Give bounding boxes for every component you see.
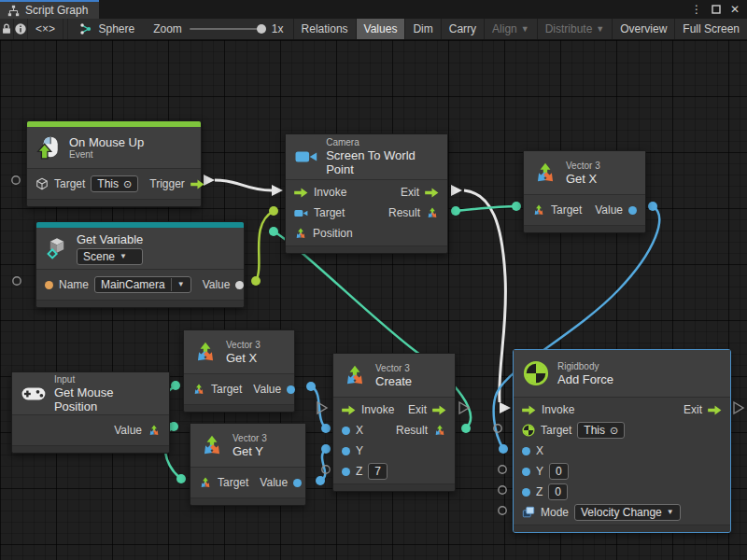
tab-title: Script Graph <box>25 4 88 17</box>
port-stwp-result-connector[interactable] <box>451 206 460 216</box>
port-addforce-exit-empty[interactable] <box>734 402 743 413</box>
port-onmouseup-target-empty[interactable] <box>12 176 20 184</box>
zoom-label: Zoom <box>153 22 182 35</box>
float-port-dot[interactable] <box>522 468 530 476</box>
vector3-icon <box>343 363 367 387</box>
lock-icon <box>0 22 13 35</box>
x-port-label: X <box>356 424 363 437</box>
float-port-dot[interactable] <box>522 447 530 455</box>
node-category: Camera <box>326 137 438 147</box>
port-create-x-connector[interactable] <box>321 424 331 433</box>
float-port-dot[interactable] <box>342 447 350 455</box>
zoom-slider-knob[interactable] <box>257 24 266 34</box>
chevron-down-icon: ▼ <box>521 24 529 34</box>
string-port-dot[interactable] <box>45 281 53 289</box>
float-port-dot[interactable] <box>342 427 350 435</box>
dim-button[interactable]: Dim <box>404 19 440 39</box>
close-icon[interactable]: ✕ <box>730 4 740 15</box>
port-getx-target-connector[interactable] <box>171 381 180 390</box>
node-get-x[interactable]: Vector 3 Get X Target Value <box>183 329 295 413</box>
port-stwp-target-connector[interactable] <box>269 206 278 216</box>
zoom-group: Zoom 1x <box>144 19 292 39</box>
port-getx-top-target-connector[interactable] <box>512 202 521 211</box>
menu-icon[interactable]: ⋮ <box>691 4 702 15</box>
flow-arrow-icon <box>190 179 204 189</box>
mode-port-label: Mode <box>541 506 569 519</box>
port-create-result-connector[interactable] <box>461 424 471 433</box>
y-port-label: Y <box>356 444 363 457</box>
float-port-dot[interactable] <box>287 385 295 394</box>
info-button[interactable] <box>14 19 28 39</box>
node-get-mouse-position[interactable]: Input Get Mouse Position Value <box>11 371 170 454</box>
port-stwp-position-connector[interactable] <box>269 227 278 236</box>
z-value: 7 <box>374 465 381 478</box>
gameobject-cube-icon <box>35 177 49 190</box>
target-port-label: Target <box>551 203 582 217</box>
float-port-dot[interactable] <box>628 206 637 215</box>
full-screen-button[interactable]: Full Screen <box>674 19 747 39</box>
port-addforce-y-empty[interactable] <box>499 466 506 473</box>
port-addforce-x-connector[interactable] <box>499 444 508 454</box>
port-addforce-z-empty[interactable] <box>499 486 506 494</box>
target-object-field[interactable]: This ⊙ <box>91 175 138 192</box>
target-object-field[interactable]: This ⊙ <box>577 422 625 439</box>
port-variable-value-connector[interactable] <box>251 276 261 286</box>
x-port-label: X <box>536 444 543 457</box>
float-port-dot[interactable] <box>522 488 530 497</box>
node-on-mouse-up[interactable]: On Mouse Up Event Target This ⊙ Trigger <box>26 120 202 207</box>
carry-button[interactable]: Carry <box>441 19 484 39</box>
node-get-x-top[interactable]: Vector 3 Get X Target Value <box>523 150 646 233</box>
port-mouse-value-connector[interactable] <box>169 422 178 431</box>
port-trigger-out-connector[interactable] <box>204 175 215 186</box>
variable-scope-dropdown[interactable]: Scene ▼ <box>77 248 143 265</box>
values-button[interactable]: Values <box>356 19 405 39</box>
node-title: Get X <box>226 351 261 365</box>
port-stwp-invoke-connector[interactable] <box>272 185 283 196</box>
tab-script-graph[interactable]: Script Graph <box>0 0 99 19</box>
zoom-slider[interactable] <box>190 28 264 30</box>
relations-button[interactable]: Relations <box>293 19 356 39</box>
z-value-field[interactable]: 0 <box>548 483 568 500</box>
object-port-dot[interactable] <box>235 281 244 289</box>
port-addforce-invoke-connector[interactable] <box>500 402 511 413</box>
float-port-dot[interactable] <box>342 468 350 476</box>
overview-button[interactable]: Overview <box>612 19 674 39</box>
vector3-icon <box>200 433 224 457</box>
z-port-label: Z <box>356 465 362 478</box>
port-getx-value-connector[interactable] <box>306 382 316 391</box>
align-dropdown[interactable]: Align ▼ <box>484 19 537 39</box>
z-value-field[interactable]: 7 <box>368 463 388 480</box>
distribute-dropdown[interactable]: Distribute ▼ <box>537 19 613 39</box>
vector3-port-icon <box>433 424 446 437</box>
variable-name-dropdown[interactable]: MainCamera ▼ <box>94 276 191 293</box>
y-value-field[interactable]: 0 <box>549 463 569 480</box>
port-getvariable-name-empty[interactable] <box>13 277 21 285</box>
node-category: Rigidbody <box>557 361 613 371</box>
port-stwp-exit-connector[interactable] <box>451 185 462 196</box>
graph-selector[interactable]: Sphere <box>68 19 144 39</box>
node-add-force[interactable]: Rigidbody Add Force Invoke Exit Target T… <box>513 349 731 533</box>
node-subtitle: Event <box>69 149 144 160</box>
enum-port-icon <box>522 506 535 519</box>
port-gety-value-connector[interactable] <box>316 476 325 485</box>
node-get-y[interactable]: Vector 3 Get Y Target Value <box>190 423 306 506</box>
node-get-variable[interactable]: Get Variable Scene ▼ Name MainCamera ▼ V… <box>35 221 245 308</box>
port-addforce-mode-empty[interactable] <box>499 507 506 514</box>
port-gety-target-connector[interactable] <box>176 474 186 483</box>
port-getx-top-value-connector[interactable] <box>648 202 657 211</box>
lock-button[interactable] <box>0 19 14 39</box>
port-create-y-connector[interactable] <box>321 444 331 454</box>
mode-dropdown[interactable]: Velocity Change ▼ <box>574 504 681 521</box>
node-title: Get Y <box>233 444 267 458</box>
rigidbody-icon <box>523 360 549 386</box>
object-picker-icon[interactable]: ⊙ <box>610 424 618 437</box>
node-screen-to-world-point[interactable]: Camera Screen To World Point Invoke Exit… <box>285 133 448 254</box>
node-create[interactable]: Vector 3 Create Invoke Exit X Result <box>332 353 456 492</box>
graph-canvas[interactable]: On Mouse Up Event Target This ⊙ Trigger <box>0 40 747 560</box>
wire-result-to-getx-top <box>456 206 516 211</box>
maximize-icon[interactable] <box>712 5 721 14</box>
object-picker-icon[interactable]: ⊙ <box>123 177 132 190</box>
name-port-label: Name <box>59 278 89 291</box>
float-port-dot[interactable] <box>293 479 302 487</box>
code-view-button[interactable]: <×> <box>28 19 63 39</box>
